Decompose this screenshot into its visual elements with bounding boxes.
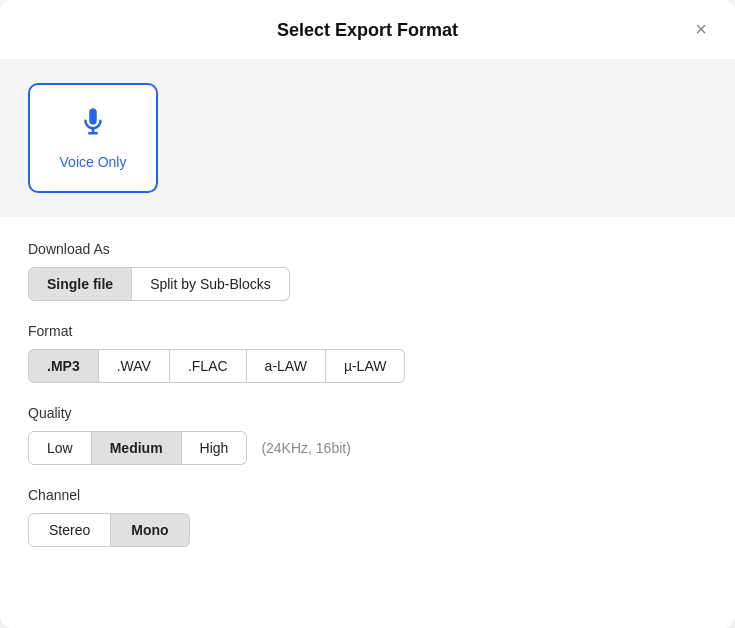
channel-stereo-button[interactable]: Stereo: [28, 513, 111, 547]
channel-btn-group: Stereo Mono: [28, 513, 707, 547]
format-ulaw-button[interactable]: µ-LAW: [326, 349, 406, 383]
format-flac-button[interactable]: .FLAC: [170, 349, 247, 383]
format-btn-group: .MP3 .WAV .FLAC a-LAW µ-LAW: [28, 349, 707, 383]
close-button[interactable]: ×: [687, 16, 715, 44]
format-mp3-button[interactable]: .MP3: [28, 349, 99, 383]
channel-label: Channel: [28, 487, 707, 503]
quality-label: Quality: [28, 405, 707, 421]
mic-icon: [78, 107, 108, 144]
download-as-section: Download As Single file Split by Sub-Blo…: [28, 241, 707, 301]
format-label: Format: [28, 323, 707, 339]
quality-high-button[interactable]: High: [182, 431, 248, 465]
quality-hint: (24KHz, 16bit): [261, 440, 350, 456]
quality-row: Low Medium High (24KHz, 16bit): [28, 431, 707, 465]
quality-low-button[interactable]: Low: [28, 431, 92, 465]
split-sub-blocks-button[interactable]: Split by Sub-Blocks: [132, 267, 290, 301]
format-preview-area: Voice Only: [0, 59, 735, 217]
dialog-header: Select Export Format ×: [0, 0, 735, 59]
format-alaw-button[interactable]: a-LAW: [247, 349, 326, 383]
voice-only-label: Voice Only: [60, 154, 127, 170]
quality-medium-button[interactable]: Medium: [92, 431, 182, 465]
dialog-title: Select Export Format: [277, 20, 458, 41]
single-file-button[interactable]: Single file: [28, 267, 132, 301]
export-format-dialog: Select Export Format × Voice Only Downlo…: [0, 0, 735, 628]
voice-only-card[interactable]: Voice Only: [28, 83, 158, 193]
download-as-group: Single file Split by Sub-Blocks: [28, 267, 707, 301]
quality-btn-group: Low Medium High: [28, 431, 247, 465]
dialog-body: Download As Single file Split by Sub-Blo…: [0, 217, 735, 571]
format-wav-button[interactable]: .WAV: [99, 349, 170, 383]
quality-section: Quality Low Medium High (24KHz, 16bit): [28, 405, 707, 465]
channel-section: Channel Stereo Mono: [28, 487, 707, 547]
download-as-label: Download As: [28, 241, 707, 257]
channel-mono-button[interactable]: Mono: [111, 513, 189, 547]
format-section: Format .MP3 .WAV .FLAC a-LAW µ-LAW: [28, 323, 707, 383]
